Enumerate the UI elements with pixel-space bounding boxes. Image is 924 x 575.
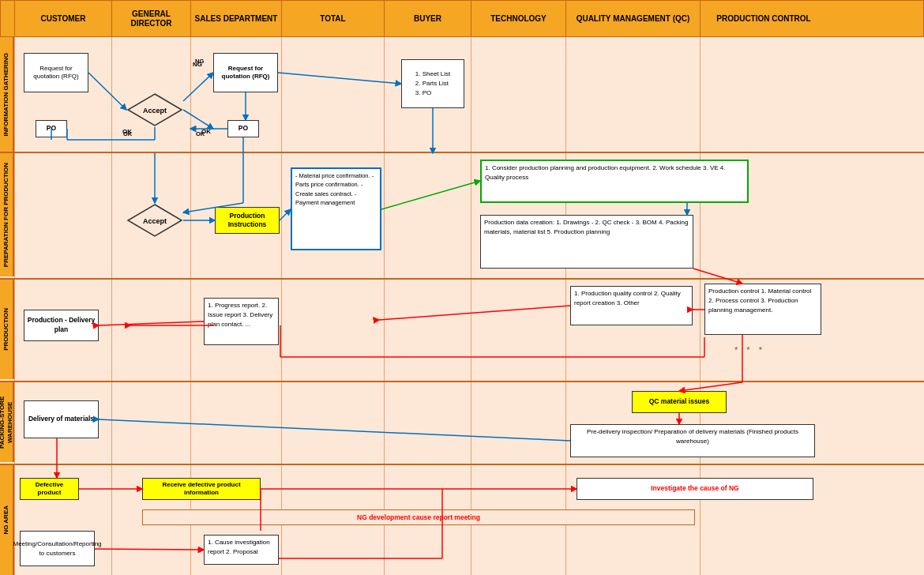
ng-text: NG: [195, 58, 204, 65]
svg-text:Accept: Accept: [143, 107, 167, 115]
ok-text-2: OK: [196, 130, 205, 137]
delivery-materials-box: Delivery of materials: [24, 400, 99, 438]
diagram-container: CUSTOMER GENERAL DIRECTOR SALES DEPARTME…: [0, 0, 924, 575]
production-data-box: Production data creation: 1. Drawings - …: [480, 215, 693, 269]
rfq-sales-box: Request for quotation (RFQ): [213, 53, 278, 92]
header-qc: QUALITY MANAGEMENT (QC): [566, 1, 701, 36]
row-label-production: PRODUCTION: [2, 308, 10, 351]
header-buyer: BUYER: [385, 1, 471, 36]
qc-material-box: QC material issues: [632, 391, 727, 413]
header-sales: SALES DEPARTMENT: [191, 1, 282, 36]
svg-line-17: [381, 181, 480, 209]
svg-line-33: [679, 382, 742, 391]
defective-box: Defective product: [20, 478, 79, 500]
prod-delivery-box: Production - Delivery plan: [24, 310, 99, 341]
svg-line-31: [99, 419, 570, 441]
svg-line-28: [379, 306, 570, 320]
svg-line-4: [88, 73, 126, 110]
investigate-box: Investigate the cause of NG: [577, 478, 813, 500]
rfq-customer-box: Request for quotation (RFQ): [24, 53, 88, 92]
progress-report-box: 1. Progress report. 2. Issue report 3. D…: [204, 298, 279, 345]
ok-text-1: OK: [123, 130, 132, 137]
cause-report-box: 1. Cause investigation report 2. Proposa…: [204, 535, 279, 565]
pre-delivery-box: Pre-delivery inspection/ Preparation of …: [570, 424, 815, 457]
po-sales-box: PO: [227, 120, 259, 137]
row-label-prep: PREPARATION FOR PRODUCTION: [2, 163, 10, 267]
meeting-box: Meeting/Consultation/Reporting to custom…: [20, 531, 95, 566]
svg-line-13: [183, 110, 213, 129]
svg-line-10: [278, 73, 401, 84]
header-total: TOTAL: [282, 1, 385, 36]
material-price-box: - Material price confirmation. - Parts p…: [291, 167, 381, 250]
tech-consider-box: 1. Consider production planning and prod…: [480, 160, 749, 203]
prod-control-box: Production control 1. Material control 2…: [704, 284, 821, 335]
svg-text:Accept: Accept: [143, 217, 167, 225]
svg-line-19: [693, 269, 742, 284]
accept1-diamond: Accept: [126, 92, 183, 127]
dots-label: * * *: [734, 345, 765, 355]
svg-line-5: [183, 73, 213, 101]
po-customer-box: PO: [36, 120, 67, 137]
header-row: CUSTOMER GENERAL DIRECTOR SALES DEPARTME…: [0, 0, 924, 37]
row-label-info: INFORMATION GATHERING: [2, 53, 10, 136]
row-label-packing: PACKING-STORE WAREHOUSE: [0, 382, 14, 462]
row-label-ng: NG AREA: [2, 505, 10, 535]
ng-report-bar: NG development cause report meeting: [142, 509, 695, 525]
header-technology: TECHNOLOGY: [471, 1, 566, 36]
header-general: GENERAL DIRECTOR: [112, 1, 191, 36]
receive-defective-box: Receive defective product information: [142, 478, 261, 500]
accept2-diamond: Accept: [126, 203, 183, 238]
svg-line-27: [99, 321, 204, 325]
sheet-list-box: 1. Sheet List 2. Parts List 3. PO: [401, 59, 464, 108]
qc-quality-box: 1. Production quality control 2. Quality…: [570, 286, 693, 325]
header-production: PRODUCTION CONTROL: [701, 1, 827, 36]
header-customer: CUSTOMER: [15, 1, 112, 36]
production-instructions-box: Production Instructions: [215, 207, 280, 234]
